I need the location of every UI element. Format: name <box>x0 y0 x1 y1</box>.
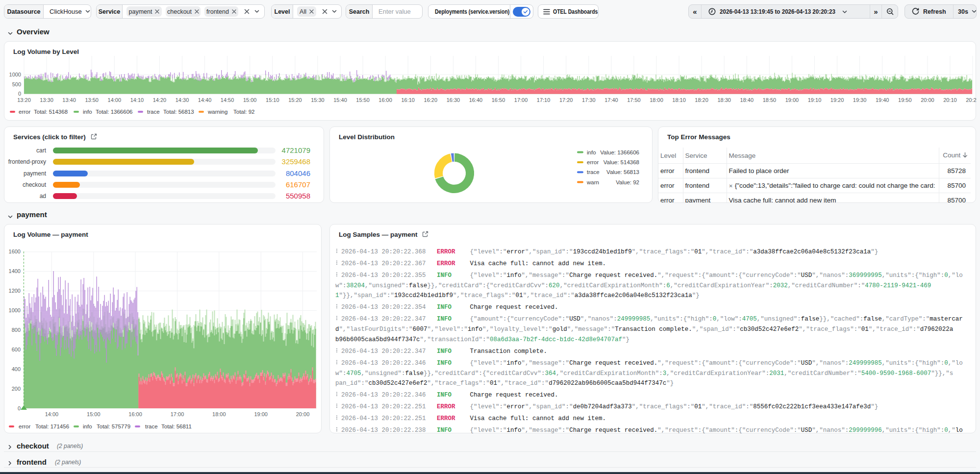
svg-text:20:00: 20:00 <box>921 97 934 103</box>
svg-text:19:00: 19:00 <box>254 411 268 417</box>
svg-text:20:10: 20:10 <box>943 97 957 103</box>
svg-text:19:30: 19:30 <box>853 97 867 103</box>
svg-text:1000: 1000 <box>9 307 21 313</box>
svg-text:800: 800 <box>12 327 21 333</box>
svg-text:16:20: 16:20 <box>424 97 438 103</box>
svg-text:18:00: 18:00 <box>650 97 663 103</box>
svg-text:17:50: 17:50 <box>627 97 641 103</box>
svg-text:error: error <box>19 424 30 429</box>
svg-text:19:10: 19:10 <box>808 97 822 103</box>
svg-text:Total: 575779: Total: 575779 <box>97 424 130 429</box>
svg-text:1400: 1400 <box>9 268 21 274</box>
svg-text:error: error <box>587 159 599 165</box>
svg-text:19:20: 19:20 <box>830 97 844 103</box>
svg-text:20:00: 20:00 <box>296 411 310 417</box>
svg-text:17:20: 17:20 <box>559 97 573 103</box>
svg-text:0: 0 <box>18 405 21 411</box>
svg-text:500: 500 <box>12 81 21 87</box>
svg-text:16:50: 16:50 <box>492 97 505 103</box>
svg-text:13:20: 13:20 <box>17 97 31 103</box>
svg-text:16:40: 16:40 <box>469 97 483 103</box>
svg-text:15:10: 15:10 <box>266 97 279 103</box>
svg-text:14:20: 14:20 <box>153 97 167 103</box>
svg-text:400: 400 <box>12 366 21 372</box>
svg-text:15:40: 15:40 <box>333 97 347 103</box>
svg-text:16:10: 16:10 <box>401 97 415 103</box>
svg-text:error: error <box>19 109 30 115</box>
svg-text:Value: 514368: Value: 514368 <box>603 159 639 165</box>
svg-text:18:00: 18:00 <box>212 411 226 417</box>
svg-text:18:50: 18:50 <box>763 97 777 103</box>
svg-text:info: info <box>587 150 596 155</box>
svg-text:19:00: 19:00 <box>785 97 799 103</box>
svg-text:14:40: 14:40 <box>198 97 212 103</box>
svg-text:warn: warn <box>586 179 599 185</box>
svg-text:info: info <box>83 109 92 115</box>
svg-text:600: 600 <box>12 347 21 352</box>
svg-text:15:00: 15:00 <box>87 411 101 417</box>
svg-text:13:50: 13:50 <box>85 97 99 103</box>
svg-text:17:40: 17:40 <box>604 97 618 103</box>
svg-text:15:30: 15:30 <box>311 97 325 103</box>
svg-text:trace: trace <box>147 109 160 115</box>
svg-text:17:00: 17:00 <box>514 97 528 103</box>
svg-text:0: 0 <box>18 91 21 97</box>
svg-text:Total: 171456: Total: 171456 <box>35 424 69 429</box>
svg-text:18:20: 18:20 <box>695 97 708 103</box>
svg-text:19:40: 19:40 <box>876 97 889 103</box>
svg-text:15:20: 15:20 <box>288 97 302 103</box>
svg-text:15:50: 15:50 <box>356 97 370 103</box>
svg-text:18:30: 18:30 <box>717 97 731 103</box>
svg-text:Total: 92: Total: 92 <box>233 109 254 115</box>
svg-text:17:30: 17:30 <box>582 97 596 103</box>
svg-text:20:20: 20:20 <box>966 97 977 103</box>
svg-text:16:00: 16:00 <box>128 411 142 417</box>
svg-text:15:00: 15:00 <box>243 97 257 103</box>
svg-text:200: 200 <box>12 386 21 392</box>
svg-text:17:10: 17:10 <box>537 97 551 103</box>
svg-text:18:10: 18:10 <box>672 97 686 103</box>
svg-text:Total: 56811: Total: 56811 <box>161 424 192 429</box>
svg-text:13:40: 13:40 <box>62 97 76 103</box>
svg-text:warning: warning <box>207 109 227 115</box>
svg-text:14:00: 14:00 <box>45 411 59 417</box>
svg-text:Value: 56813: Value: 56813 <box>606 169 639 175</box>
svg-text:Total: 56813: Total: 56813 <box>163 109 194 115</box>
svg-text:1200: 1200 <box>9 288 21 294</box>
svg-text:14:10: 14:10 <box>130 97 144 103</box>
svg-text:trace: trace <box>587 169 600 175</box>
svg-text:1600: 1600 <box>9 249 21 254</box>
svg-text:Total: 1366606: Total: 1366606 <box>96 109 132 115</box>
svg-text:13:30: 13:30 <box>40 97 53 103</box>
svg-text:17:00: 17:00 <box>171 411 184 417</box>
svg-text:16:30: 16:30 <box>447 97 460 103</box>
svg-text:14:00: 14:00 <box>108 97 122 103</box>
svg-text:Value: 92: Value: 92 <box>616 179 639 185</box>
svg-text:1000: 1000 <box>9 72 21 77</box>
svg-text:14:50: 14:50 <box>221 97 234 103</box>
svg-text:14:30: 14:30 <box>176 97 189 103</box>
svg-text:Value: 1366606: Value: 1366606 <box>600 150 639 155</box>
svg-text:trace: trace <box>145 424 158 429</box>
svg-text:18:40: 18:40 <box>740 97 754 103</box>
svg-text:info: info <box>83 424 92 429</box>
svg-text:16:00: 16:00 <box>378 97 392 103</box>
svg-text:19:50: 19:50 <box>898 97 912 103</box>
svg-text:Total: 514368: Total: 514368 <box>34 109 68 115</box>
